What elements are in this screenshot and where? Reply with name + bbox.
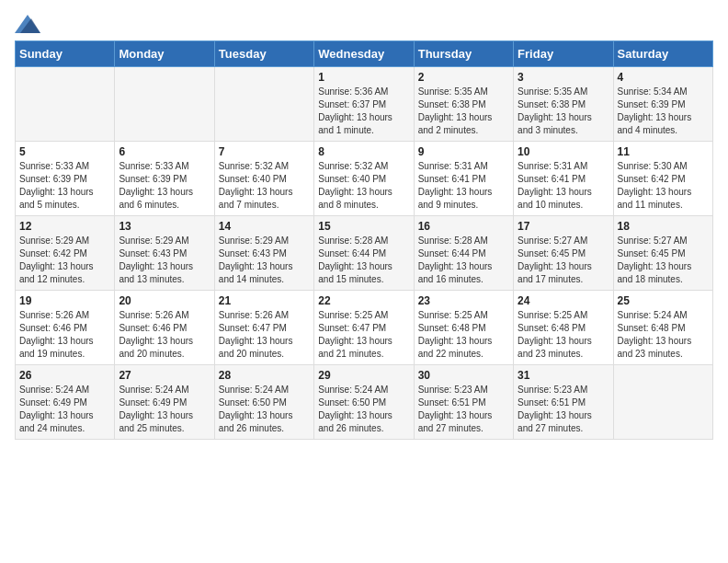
cell-info: Sunrise: 5:30 AM Sunset: 6:42 PM Dayligh…	[618, 160, 709, 212]
calendar-cell: 22Sunrise: 5:25 AM Sunset: 6:47 PM Dayli…	[314, 291, 414, 365]
calendar-cell	[115, 67, 214, 142]
header-row: SundayMondayTuesdayWednesdayThursdayFrid…	[16, 41, 713, 67]
day-number: 9	[418, 145, 509, 158]
day-number: 6	[119, 145, 210, 158]
logo-icon	[15, 15, 40, 33]
cell-info: Sunrise: 5:31 AM Sunset: 6:41 PM Dayligh…	[518, 160, 609, 212]
calendar-cell: 11Sunrise: 5:30 AM Sunset: 6:42 PM Dayli…	[613, 142, 712, 216]
day-header-monday: Monday	[115, 41, 214, 67]
calendar-cell: 10Sunrise: 5:31 AM Sunset: 6:41 PM Dayli…	[514, 142, 613, 216]
day-number: 31	[518, 369, 609, 382]
cell-info: Sunrise: 5:25 AM Sunset: 6:48 PM Dayligh…	[518, 309, 609, 361]
header	[15, 15, 713, 33]
day-number: 13	[119, 220, 210, 233]
calendar-cell: 23Sunrise: 5:25 AM Sunset: 6:48 PM Dayli…	[414, 291, 513, 365]
day-number: 8	[318, 145, 409, 158]
day-number: 15	[318, 220, 409, 233]
day-number: 24	[518, 294, 609, 307]
cell-info: Sunrise: 5:23 AM Sunset: 6:51 PM Dayligh…	[518, 384, 609, 435]
day-number: 4	[618, 71, 709, 84]
calendar-cell: 4Sunrise: 5:34 AM Sunset: 6:39 PM Daylig…	[613, 67, 712, 142]
day-number: 21	[219, 294, 310, 307]
week-row-2: 5Sunrise: 5:33 AM Sunset: 6:39 PM Daylig…	[16, 142, 713, 216]
calendar-cell: 17Sunrise: 5:27 AM Sunset: 6:45 PM Dayli…	[514, 216, 613, 291]
calendar-cell: 20Sunrise: 5:26 AM Sunset: 6:46 PM Dayli…	[115, 291, 214, 365]
cell-info: Sunrise: 5:29 AM Sunset: 6:43 PM Dayligh…	[219, 235, 310, 286]
day-number: 25	[618, 294, 709, 307]
cell-info: Sunrise: 5:33 AM Sunset: 6:39 PM Dayligh…	[19, 160, 110, 212]
day-number: 22	[318, 294, 409, 307]
calendar-cell: 6Sunrise: 5:33 AM Sunset: 6:39 PM Daylig…	[115, 142, 214, 216]
calendar-cell	[214, 67, 313, 142]
day-number: 26	[19, 369, 110, 382]
cell-info: Sunrise: 5:24 AM Sunset: 6:49 PM Dayligh…	[19, 384, 110, 435]
day-number: 11	[618, 145, 709, 158]
calendar-cell: 26Sunrise: 5:24 AM Sunset: 6:49 PM Dayli…	[16, 365, 115, 440]
calendar-cell: 8Sunrise: 5:32 AM Sunset: 6:40 PM Daylig…	[314, 142, 414, 216]
day-header-wednesday: Wednesday	[314, 41, 414, 67]
calendar-cell: 15Sunrise: 5:28 AM Sunset: 6:44 PM Dayli…	[314, 216, 414, 291]
calendar-cell: 28Sunrise: 5:24 AM Sunset: 6:50 PM Dayli…	[214, 365, 313, 440]
cell-info: Sunrise: 5:31 AM Sunset: 6:41 PM Dayligh…	[418, 160, 509, 212]
calendar-cell: 24Sunrise: 5:25 AM Sunset: 6:48 PM Dayli…	[514, 291, 613, 365]
cell-info: Sunrise: 5:32 AM Sunset: 6:40 PM Dayligh…	[219, 160, 310, 212]
cell-info: Sunrise: 5:25 AM Sunset: 6:47 PM Dayligh…	[318, 309, 409, 361]
calendar-cell: 12Sunrise: 5:29 AM Sunset: 6:42 PM Dayli…	[16, 216, 115, 291]
day-number: 7	[219, 145, 310, 158]
logo	[15, 15, 44, 33]
cell-info: Sunrise: 5:23 AM Sunset: 6:51 PM Dayligh…	[418, 384, 509, 435]
cell-info: Sunrise: 5:35 AM Sunset: 6:38 PM Dayligh…	[418, 86, 509, 137]
day-number: 3	[518, 71, 609, 84]
day-number: 19	[19, 294, 110, 307]
calendar-cell: 5Sunrise: 5:33 AM Sunset: 6:39 PM Daylig…	[16, 142, 115, 216]
calendar-table: SundayMondayTuesdayWednesdayThursdayFrid…	[15, 40, 713, 440]
calendar-cell: 7Sunrise: 5:32 AM Sunset: 6:40 PM Daylig…	[214, 142, 313, 216]
calendar-cell: 29Sunrise: 5:24 AM Sunset: 6:50 PM Dayli…	[314, 365, 414, 440]
day-number: 2	[418, 71, 509, 84]
cell-info: Sunrise: 5:29 AM Sunset: 6:42 PM Dayligh…	[19, 235, 110, 286]
cell-info: Sunrise: 5:24 AM Sunset: 6:49 PM Dayligh…	[119, 384, 210, 435]
cell-info: Sunrise: 5:29 AM Sunset: 6:43 PM Dayligh…	[119, 235, 210, 286]
cell-info: Sunrise: 5:26 AM Sunset: 6:46 PM Dayligh…	[119, 309, 210, 361]
calendar-cell: 3Sunrise: 5:35 AM Sunset: 6:38 PM Daylig…	[514, 67, 613, 142]
calendar-cell: 9Sunrise: 5:31 AM Sunset: 6:41 PM Daylig…	[414, 142, 513, 216]
calendar-cell	[613, 365, 712, 440]
day-number: 30	[418, 369, 509, 382]
day-number: 5	[19, 145, 110, 158]
day-number: 16	[418, 220, 509, 233]
day-number: 17	[518, 220, 609, 233]
week-row-3: 12Sunrise: 5:29 AM Sunset: 6:42 PM Dayli…	[16, 216, 713, 291]
day-number: 27	[119, 369, 210, 382]
day-header-tuesday: Tuesday	[214, 41, 313, 67]
cell-info: Sunrise: 5:35 AM Sunset: 6:38 PM Dayligh…	[518, 86, 609, 137]
cell-info: Sunrise: 5:24 AM Sunset: 6:50 PM Dayligh…	[318, 384, 409, 435]
calendar-cell: 13Sunrise: 5:29 AM Sunset: 6:43 PM Dayli…	[115, 216, 214, 291]
calendar-cell: 27Sunrise: 5:24 AM Sunset: 6:49 PM Dayli…	[115, 365, 214, 440]
day-number: 29	[318, 369, 409, 382]
cell-info: Sunrise: 5:24 AM Sunset: 6:48 PM Dayligh…	[618, 309, 709, 361]
calendar-cell: 14Sunrise: 5:29 AM Sunset: 6:43 PM Dayli…	[214, 216, 313, 291]
day-number: 12	[19, 220, 110, 233]
cell-info: Sunrise: 5:26 AM Sunset: 6:46 PM Dayligh…	[19, 309, 110, 361]
calendar-cell: 31Sunrise: 5:23 AM Sunset: 6:51 PM Dayli…	[514, 365, 613, 440]
day-number: 18	[618, 220, 709, 233]
calendar-cell: 30Sunrise: 5:23 AM Sunset: 6:51 PM Dayli…	[414, 365, 513, 440]
day-number: 23	[418, 294, 509, 307]
cell-info: Sunrise: 5:27 AM Sunset: 6:45 PM Dayligh…	[518, 235, 609, 286]
week-row-1: 1Sunrise: 5:36 AM Sunset: 6:37 PM Daylig…	[16, 67, 713, 142]
day-number: 28	[219, 369, 310, 382]
cell-info: Sunrise: 5:28 AM Sunset: 6:44 PM Dayligh…	[418, 235, 509, 286]
calendar-cell	[16, 67, 115, 142]
day-number: 10	[518, 145, 609, 158]
day-number: 14	[219, 220, 310, 233]
cell-info: Sunrise: 5:26 AM Sunset: 6:47 PM Dayligh…	[219, 309, 310, 361]
day-number: 20	[119, 294, 210, 307]
calendar-cell: 16Sunrise: 5:28 AM Sunset: 6:44 PM Dayli…	[414, 216, 513, 291]
cell-info: Sunrise: 5:36 AM Sunset: 6:37 PM Dayligh…	[318, 86, 409, 137]
calendar-cell: 25Sunrise: 5:24 AM Sunset: 6:48 PM Dayli…	[613, 291, 712, 365]
cell-info: Sunrise: 5:24 AM Sunset: 6:50 PM Dayligh…	[219, 384, 310, 435]
week-row-4: 19Sunrise: 5:26 AM Sunset: 6:46 PM Dayli…	[16, 291, 713, 365]
calendar-cell: 1Sunrise: 5:36 AM Sunset: 6:37 PM Daylig…	[314, 67, 414, 142]
calendar-cell: 21Sunrise: 5:26 AM Sunset: 6:47 PM Dayli…	[214, 291, 313, 365]
cell-info: Sunrise: 5:25 AM Sunset: 6:48 PM Dayligh…	[418, 309, 509, 361]
